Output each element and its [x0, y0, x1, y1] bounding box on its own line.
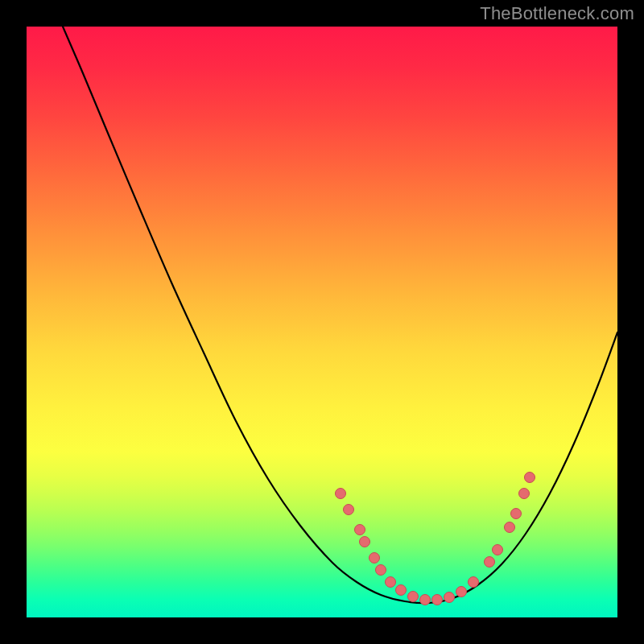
watermark-text: TheBottleneck.com	[480, 3, 634, 24]
plot-background	[27, 27, 617, 617]
chart-container: TheBottleneck.com	[0, 0, 644, 644]
